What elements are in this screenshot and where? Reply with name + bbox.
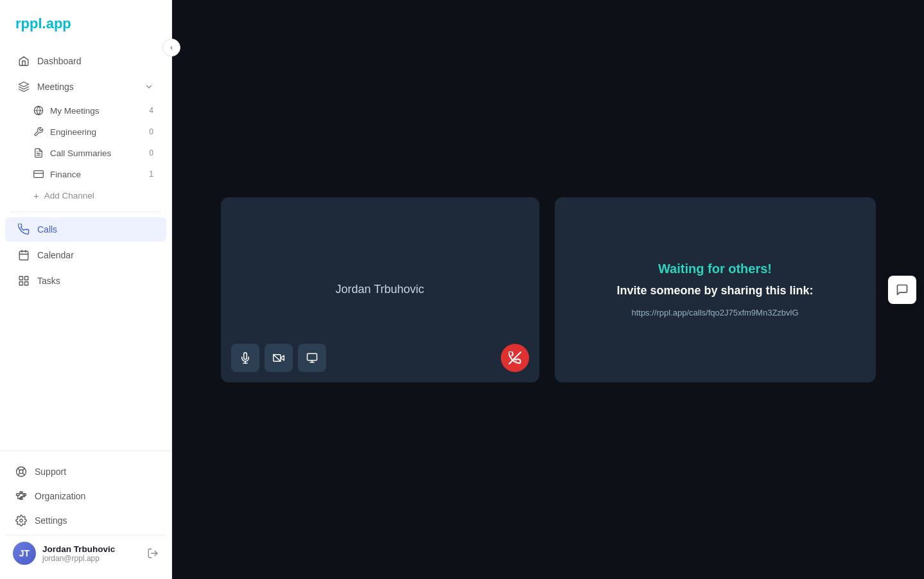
meetings-sub-nav: My Meetings 4 Engineering 0 bbox=[0, 100, 171, 206]
svg-rect-12 bbox=[25, 276, 28, 280]
avatar: JT bbox=[13, 542, 36, 565]
calendar-icon bbox=[18, 249, 30, 261]
sidebar-item-calls-label: Calls bbox=[37, 224, 153, 235]
screen-share-button[interactable] bbox=[298, 344, 326, 372]
layers-icon bbox=[18, 81, 30, 93]
plus-icon: + bbox=[33, 190, 39, 201]
sidebar-item-engineering[interactable]: Engineering 0 bbox=[5, 121, 166, 142]
add-channel-button[interactable]: + Add Channel bbox=[5, 185, 166, 206]
my-meetings-label: My Meetings bbox=[50, 106, 143, 116]
sidebar-item-tasks[interactable]: Tasks bbox=[5, 269, 166, 293]
tasks-icon bbox=[18, 275, 30, 287]
sidebar-nav: Dashboard Meetings bbox=[0, 42, 171, 450]
finance-badge: 1 bbox=[149, 170, 153, 179]
svg-marker-37 bbox=[281, 355, 284, 361]
user-profile[interactable]: JT Jordan Trbuhovic jordan@rppl.app bbox=[5, 535, 166, 571]
globe-icon bbox=[33, 105, 44, 116]
call-summaries-label: Call Summaries bbox=[50, 148, 143, 158]
sidebar-bottom: Support Organization bbox=[0, 450, 171, 579]
settings-label: Settings bbox=[35, 515, 67, 526]
org-icon bbox=[15, 490, 27, 502]
svg-marker-0 bbox=[19, 82, 29, 87]
svg-rect-14 bbox=[19, 282, 22, 285]
invite-link[interactable]: https://rppl.app/calls/fqo2J75xfm9Mn3Zzb… bbox=[616, 308, 813, 317]
engineering-label: Engineering bbox=[50, 127, 143, 137]
home-icon bbox=[18, 55, 30, 67]
chat-bubble-button[interactable] bbox=[888, 276, 916, 304]
svg-rect-7 bbox=[19, 251, 28, 260]
svg-line-18 bbox=[22, 473, 24, 475]
self-video-panel: Jordan Trbuhovic bbox=[221, 197, 539, 382]
svg-line-21 bbox=[18, 473, 20, 475]
sidebar-item-dashboard[interactable]: Dashboard bbox=[5, 49, 166, 73]
svg-point-33 bbox=[20, 519, 23, 522]
sidebar-item-calendar-label: Calendar bbox=[37, 250, 153, 260]
sidebar-item-meetings[interactable]: Meetings bbox=[5, 75, 166, 99]
svg-line-17 bbox=[18, 468, 20, 470]
call-controls bbox=[231, 344, 326, 372]
call-grid: Jordan Trbuhovic bbox=[221, 197, 876, 382]
note-icon bbox=[33, 148, 44, 158]
end-call-button[interactable] bbox=[501, 344, 529, 372]
user-name: Jordan Trbuhovic bbox=[42, 544, 141, 554]
organization-label: Organization bbox=[35, 491, 85, 501]
engineering-badge: 0 bbox=[149, 127, 153, 136]
sidebar-item-calendar[interactable]: Calendar bbox=[5, 243, 166, 267]
mic-button[interactable] bbox=[231, 344, 259, 372]
sidebar-item-call-summaries[interactable]: Call Summaries 0 bbox=[5, 143, 166, 163]
support-label: Support bbox=[35, 467, 66, 477]
sidebar-item-support[interactable]: Support bbox=[5, 460, 166, 483]
wrench-icon bbox=[33, 127, 44, 137]
svg-rect-40 bbox=[307, 353, 317, 361]
self-user-name: Jordan Trbuhovic bbox=[335, 283, 424, 296]
phone-icon bbox=[18, 224, 30, 235]
svg-line-39 bbox=[273, 354, 280, 361]
call-summaries-badge: 0 bbox=[149, 148, 153, 157]
svg-rect-13 bbox=[25, 282, 28, 285]
finance-icon bbox=[33, 169, 44, 179]
video-button[interactable] bbox=[265, 344, 293, 372]
settings-icon bbox=[15, 515, 27, 526]
waiting-title: Waiting for others! bbox=[616, 262, 813, 276]
logout-icon[interactable] bbox=[147, 548, 159, 559]
user-email: jordan@rppl.app bbox=[42, 554, 141, 563]
svg-rect-11 bbox=[19, 276, 22, 280]
svg-rect-5 bbox=[34, 171, 44, 178]
waiting-panel: Waiting for others! Invite someone by sh… bbox=[555, 197, 876, 382]
sidebar-item-calls[interactable]: Calls bbox=[5, 217, 166, 242]
call-area: Jordan Trbuhovic bbox=[172, 0, 924, 579]
support-icon bbox=[15, 466, 27, 477]
svg-line-20 bbox=[22, 468, 24, 470]
sidebar-item-tasks-label: Tasks bbox=[37, 276, 153, 286]
sidebar: rppl.app Dashboard Meetings bbox=[0, 0, 172, 579]
sidebar-item-my-meetings[interactable]: My Meetings 4 bbox=[5, 100, 166, 121]
sidebar-item-organization[interactable]: Organization bbox=[5, 485, 166, 508]
finance-label: Finance bbox=[50, 170, 143, 179]
sidebar-item-dashboard-label: Dashboard bbox=[37, 56, 153, 66]
app-logo: rppl.app bbox=[0, 0, 171, 42]
logo-text-accent: .app bbox=[42, 15, 71, 31]
logo-text-main: rppl bbox=[15, 15, 42, 31]
sidebar-item-settings[interactable]: Settings bbox=[5, 509, 166, 532]
add-channel-label: Add Channel bbox=[44, 191, 94, 200]
invite-label: Invite someone by sharing this link: bbox=[616, 284, 813, 298]
sidebar-item-meetings-label: Meetings bbox=[37, 82, 137, 92]
my-meetings-badge: 4 bbox=[149, 106, 153, 115]
nav-divider bbox=[10, 211, 161, 212]
chevron-down-icon bbox=[144, 82, 153, 91]
sidebar-collapse-button[interactable]: ‹ bbox=[162, 39, 180, 57]
sidebar-item-finance[interactable]: Finance 1 bbox=[5, 164, 166, 184]
